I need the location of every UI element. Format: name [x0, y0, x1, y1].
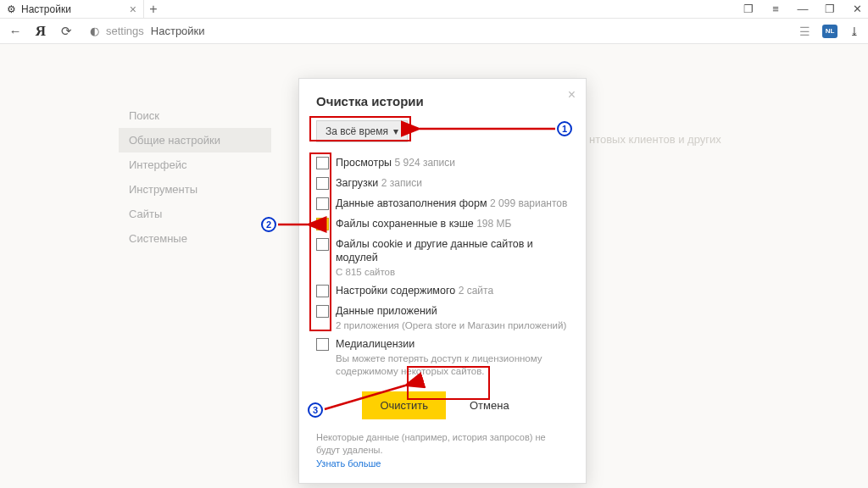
chevron-down-icon: ▾ [393, 125, 398, 137]
checkbox-autofill[interactable] [316, 197, 329, 210]
dialog-close-button[interactable]: × [568, 87, 576, 103]
item-media-licenses[interactable]: Медиалицензии [316, 337, 569, 352]
dialog-title: Очистка истории [316, 94, 569, 108]
item-content-settings[interactable]: Настройки содержимого 2 сайта [316, 284, 569, 298]
item-app-data-sub: 2 приложения (Opera store и Магазин прил… [336, 319, 569, 332]
cancel-button[interactable]: Отмена [456, 391, 523, 419]
item-cookies-sub: С 815 сайтов [336, 266, 569, 279]
item-cache[interactable]: Файлы сохраненные в кэше 198 МБ [316, 217, 569, 231]
checkbox-app-data[interactable] [316, 305, 329, 318]
time-range-label: За всё время [326, 125, 388, 137]
checkbox-downloads[interactable] [316, 177, 329, 190]
checkbox-media-licenses[interactable] [316, 338, 329, 351]
item-autofill[interactable]: Данные автозаполнения форм 2 099 вариант… [316, 197, 569, 211]
checkbox-views[interactable] [316, 157, 329, 169]
item-downloads[interactable]: Загрузки 2 записи [316, 176, 569, 191]
checkbox-content-settings[interactable] [316, 285, 329, 297]
item-cookies[interactable]: Файлы cookie и другие данные сайтов и мо… [316, 237, 569, 266]
item-media-licenses-sub: Вы можете потерять доступ к лицензионном… [336, 352, 569, 378]
learn-more-link[interactable]: Узнать больше [316, 458, 381, 469]
clear-history-dialog: × Очистка истории За всё время ▾ Просмот… [298, 78, 587, 484]
item-views[interactable]: Просмотры 5 924 записи [316, 156, 569, 170]
checkbox-cookies[interactable] [316, 238, 329, 251]
clear-button[interactable]: Очистить [362, 391, 446, 419]
dialog-footer-note: Некоторые данные (например, история запр… [316, 431, 569, 458]
checkbox-cache[interactable] [316, 218, 329, 230]
time-range-dropdown[interactable]: За всё время ▾ [316, 120, 408, 142]
item-app-data[interactable]: Данные приложений [316, 304, 569, 319]
